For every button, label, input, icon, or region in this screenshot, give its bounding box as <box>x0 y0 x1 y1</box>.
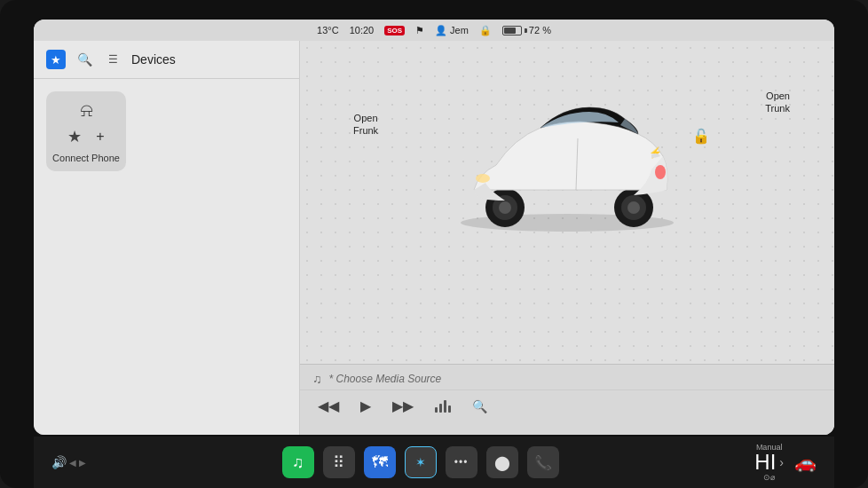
svg-point-6 <box>627 201 640 214</box>
taskbar-left: 🔊 ◀ ▶ <box>51 455 86 469</box>
open-frunk-label[interactable]: Open Frunk <box>353 112 378 138</box>
taskbar-center: ♫ ⠿ 🗺 ✶ ••• ⬤ 📞 <box>282 446 559 478</box>
bluetooth-large-icon: ⍾ <box>81 98 92 122</box>
volume-chevron-right: ▶ <box>79 458 86 468</box>
car-svg: ⚡ <box>425 59 709 236</box>
grid-icon: ⠿ <box>333 453 344 472</box>
connect-phone-label: Connect Phone <box>52 152 120 164</box>
bluetooth-symbol: ★ <box>67 127 82 146</box>
search-icon: 🔍 <box>77 52 92 67</box>
more-apps-button[interactable]: ••• <box>446 446 477 478</box>
menu-icon: ☰ <box>108 53 118 66</box>
status-bar: 13°C 10:20 SOS ⚑ 👤 Jem 🔒 <box>34 20 834 41</box>
battery-body <box>502 26 522 35</box>
profile-name: Jem <box>450 25 469 35</box>
volume-icon: 🔊 <box>51 455 67 469</box>
battery-percent: 72 % <box>529 25 551 35</box>
camera-icon: ⬤ <box>494 454 510 471</box>
car-area: Open Frunk Open Trunk 🔓 <box>300 41 834 364</box>
choose-media-source[interactable]: * Choose Media Source <box>329 373 442 385</box>
car-status-icon[interactable]: 🚗 <box>794 452 817 473</box>
search-media-button[interactable]: 🔍 <box>472 399 487 413</box>
profile-icon: 👤 <box>435 25 447 36</box>
battery-fill <box>504 28 516 34</box>
plus-icon: + <box>96 129 104 145</box>
volume-chevron-left: ◀ <box>69 458 76 468</box>
location-icon: ⚑ <box>415 25 424 36</box>
devices-label: Devices <box>131 52 176 67</box>
media-source-row: ♫ * Choose Media Source <box>300 365 834 390</box>
sos-display: SOS <box>384 26 405 35</box>
taskbar-right: Manual HI › ⊙⌀ 🚗 <box>754 444 817 482</box>
media-bar: ♫ * Choose Media Source ◀◀ ▶ ▶▶ <box>300 364 834 435</box>
left-panel-header: ★ 🔍 ☰ Devices <box>34 41 299 79</box>
camera-button[interactable]: ⬤ <box>486 446 518 478</box>
car-illustration: ⚡ <box>425 59 709 236</box>
menu-button[interactable]: ☰ <box>103 50 122 69</box>
app-grid-button[interactable]: ⠿ <box>323 446 355 478</box>
gear-sub: ⊙⌀ <box>763 473 775 482</box>
spotify-icon: ♫ <box>292 453 304 472</box>
temperature-display: 13°C <box>317 25 339 35</box>
phone-button[interactable]: 📞 <box>527 446 559 478</box>
time-value: 10:20 <box>350 25 375 35</box>
svg-point-3 <box>499 201 511 214</box>
map-button[interactable]: 🗺 <box>364 446 396 478</box>
taskbar: 🔊 ◀ ▶ ♫ ⠿ 🗺 ✶ ••• ⬤ <box>34 437 834 488</box>
time-display: 10:20 <box>350 25 375 35</box>
lock-icon: 🔒 <box>479 25 492 36</box>
main-content: ★ 🔍 ☰ Devices ⍾ ★ + <box>34 41 834 435</box>
left-panel-body: ⍾ ★ + Connect Phone <box>34 79 299 435</box>
map-icon: 🗺 <box>372 453 388 472</box>
dots-icon: ••• <box>454 456 469 468</box>
location-icon-container: ⚑ <box>415 25 424 36</box>
skip-forward-button[interactable]: ▶▶ <box>392 397 414 414</box>
bluetooth-taskbar-button[interactable]: ✶ <box>405 446 437 478</box>
open-trunk-line1: Open <box>765 90 790 102</box>
gear-display: Manual HI › ⊙⌀ <box>754 444 784 482</box>
bezel: 13°C 10:20 SOS ⚑ 👤 Jem 🔒 <box>0 0 868 488</box>
sos-badge: SOS <box>384 26 405 35</box>
open-trunk-label[interactable]: Open Trunk <box>765 90 790 115</box>
search-button[interactable]: 🔍 <box>75 50 94 69</box>
music-note-icon: ♫ <box>312 372 322 386</box>
media-controls-row: ◀◀ ▶ ▶▶ 🔍 <box>300 390 834 421</box>
lock-status: 🔒 <box>479 25 492 36</box>
open-frunk-line1: Open <box>353 112 378 124</box>
battery-tip <box>525 28 527 33</box>
equalizer-icon <box>435 400 451 413</box>
battery-display: 72 % <box>502 25 551 35</box>
gear-chevron: › <box>779 455 784 469</box>
bluetooth-icon: ★ <box>46 50 66 69</box>
open-trunk-line2: Trunk <box>765 102 790 114</box>
open-frunk-line2: Frunk <box>353 124 378 137</box>
skip-back-button[interactable]: ◀◀ <box>318 397 339 414</box>
phone-icon: 📞 <box>534 454 552 471</box>
spotify-button[interactable]: ♫ <box>282 446 314 478</box>
temperature-value: 13°C <box>317 25 339 35</box>
left-panel: ★ 🔍 ☰ Devices ⍾ ★ + <box>34 41 300 435</box>
connect-phone-button[interactable]: ⍾ ★ + Connect Phone <box>46 91 126 171</box>
svg-point-9 <box>655 165 666 179</box>
right-panel: Open Frunk Open Trunk 🔓 <box>300 41 834 435</box>
svg-point-8 <box>476 174 490 183</box>
volume-button[interactable]: 🔊 ◀ ▶ <box>51 455 86 469</box>
bluetooth-taskbar-icon: ✶ <box>415 455 426 469</box>
play-button[interactable]: ▶ <box>360 397 371 414</box>
screen: 13°C 10:20 SOS ⚑ 👤 Jem 🔒 <box>34 20 834 435</box>
profile-display: 👤 Jem <box>435 25 469 36</box>
gear-letter: HI <box>754 452 776 473</box>
